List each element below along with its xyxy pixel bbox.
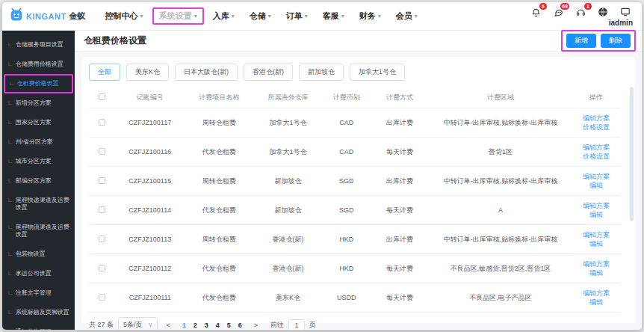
main-nav: 控制中心▾系统设置▾入库▾仓储▾订单▾客服▾财务▾会员▾ [99, 7, 424, 25]
cell-billing-method: 每天计费 [371, 138, 429, 167]
delete-button[interactable]: 删除 [601, 34, 631, 48]
cell-billing-item: 周转仓租费 [185, 108, 253, 138]
filter-tab[interactable]: 日本大阪仓(新) [175, 64, 238, 81]
page-number[interactable]: 4 [212, 320, 223, 331]
tree-branch-icon: ∟ [7, 61, 13, 68]
chevron-down-icon: ▾ [415, 13, 418, 19]
row-checkbox[interactable] [99, 294, 105, 301]
cell-account-id: CZFJZ100114 [116, 196, 185, 225]
headset-icon[interactable]: 1 [575, 6, 586, 18]
cell-warehouse: 新加坡仓 [253, 167, 322, 196]
goto-page-unit: 页 [309, 320, 316, 330]
filter-tab[interactable]: 新加坡仓 [299, 64, 344, 81]
row-checkbox[interactable] [99, 206, 105, 213]
notification-badge: 1 [584, 3, 592, 10]
sidebar-item[interactable]: ∟仓储费用价格设置 [2, 55, 75, 74]
monitor-icon[interactable] [619, 6, 631, 18]
operation-link[interactable]: 编辑方案 [575, 289, 618, 298]
filter-tab[interactable]: 加拿大1号仓 [350, 64, 405, 81]
page-number[interactable]: 2 [190, 320, 201, 331]
filter-tab[interactable]: 美东K仓 [126, 64, 169, 81]
page-size-value: 5条/页 [123, 320, 143, 330]
tree-branch-icon: ∟ [7, 328, 13, 330]
sidebar-item[interactable]: ∟注释文字管理 [2, 283, 75, 303]
page-number[interactable]: 1 [179, 320, 190, 331]
nav-item[interactable]: 会员▾ [390, 8, 424, 24]
operation-link[interactable]: 价格设置 [575, 152, 618, 161]
operation-link[interactable]: 编辑 [575, 268, 618, 277]
add-button[interactable]: 新增 [566, 34, 596, 48]
row-checkbox-cell [89, 167, 116, 196]
page-number[interactable]: 5 [223, 320, 235, 331]
operation-link[interactable]: 编辑方案 [575, 143, 618, 152]
select-all-checkbox[interactable] [99, 93, 105, 100]
nav-item[interactable]: 入库▾ [207, 8, 241, 24]
operation-link[interactable]: 编辑 [575, 181, 618, 190]
operation-link[interactable]: 价格设置 [575, 123, 618, 132]
chevron-down-icon: ∨ [149, 322, 153, 328]
sidebar-item[interactable]: ∟包装物设置 [2, 245, 75, 264]
nav-item[interactable]: 控制中心▾ [99, 8, 149, 24]
nav-item-label: 订单 [286, 10, 303, 22]
operation-link[interactable]: 编辑方案 [575, 114, 618, 123]
sidebar-item[interactable]: ∟城市分区方案 [2, 152, 75, 171]
row-checkbox[interactable] [99, 148, 105, 155]
nav-item[interactable]: 订单▾ [280, 8, 314, 24]
chat-icon[interactable]: 69 [552, 6, 564, 18]
sidebar-item[interactable]: ∟尾程快递渠道及运费设置 [2, 191, 75, 218]
column-header: 计费区域 [429, 87, 572, 108]
sidebar-item[interactable]: ∟仓租费价格设置 [4, 74, 73, 93]
operation-link[interactable]: 编辑方案 [575, 201, 618, 210]
row-checkbox[interactable] [99, 236, 105, 242]
page-number[interactable]: 3 [201, 320, 212, 331]
cell-operations: 编辑方案编辑 [572, 167, 620, 196]
tree-branch-icon: ∟ [7, 119, 13, 126]
goto-page-input[interactable] [288, 319, 305, 331]
cell-warehouse: 美东K仓 [253, 283, 322, 313]
sidebar-item[interactable]: ∟国家分区方案 [2, 113, 75, 132]
filter-tab[interactable]: 全部 [89, 64, 120, 81]
page-number[interactable]: 6 [235, 320, 246, 331]
next-page-button[interactable]: > [250, 320, 261, 331]
nav-item[interactable]: 系统设置▾ [152, 7, 204, 25]
nav-item[interactable]: 客服▾ [317, 8, 350, 24]
sidebar-item[interactable]: ∟系统标题及页脚设置 [2, 303, 75, 322]
sidebar-item[interactable]: ∟仓储服务项目设置 [2, 35, 75, 55]
sidebar-item[interactable]: ∟新增分区方案 [2, 93, 75, 113]
prev-page-button[interactable]: < [162, 320, 173, 331]
topbar: KINGANT 金蚁 控制中心▾系统设置▾入库▾仓储▾订单▾客服▾财务▾会员▾ … [2, 2, 642, 31]
filter-tab[interactable]: 香港仓(新) [244, 64, 293, 81]
brand-name-cn: 金蚁 [69, 10, 86, 22]
scrollbar[interactable] [630, 87, 634, 221]
row-checkbox-cell [89, 196, 116, 225]
row-checkbox[interactable] [99, 265, 105, 271]
chevron-down-icon: ▾ [341, 13, 344, 19]
cell-billing-method: 出库计费 [371, 167, 429, 196]
sidebar-item[interactable]: ∟通知公告管理 [2, 322, 75, 330]
content-area: 全部美东K仓日本大阪仓(新)香港仓(新)新加坡仓加拿大1号仓 记账编号计费项目名… [75, 52, 642, 330]
operation-link[interactable]: 编辑方案 [575, 172, 618, 181]
row-checkbox[interactable] [99, 177, 105, 184]
row-checkbox[interactable] [99, 119, 105, 126]
page-size-select[interactable]: 5条/页 ∨ [118, 317, 158, 331]
nav-item-label: 会员 [396, 10, 412, 22]
operation-link[interactable]: 编辑 [575, 298, 618, 307]
tree-branch-icon: ∟ [7, 138, 13, 146]
sidebar-item[interactable]: ∟承运公司设置 [2, 264, 75, 283]
sidebar-item[interactable]: ∟州/省分区方案 [2, 132, 75, 152]
page-actions: 新增删除 [561, 30, 636, 52]
operation-link[interactable]: 编辑 [575, 210, 618, 219]
operation-link[interactable]: 编辑 [575, 239, 618, 248]
cell-billing-method: 每天计费 [371, 283, 429, 313]
nav-item[interactable]: 财务▾ [353, 8, 387, 24]
bell-icon[interactable]: 6 [530, 6, 542, 18]
column-header: 记账编号 [116, 87, 185, 108]
tree-branch-icon: ∟ [7, 177, 13, 185]
sidebar-item[interactable]: ∟尾程物流渠道及运费设置 [2, 218, 75, 245]
operation-link[interactable]: 编辑方案 [575, 230, 618, 239]
sidebar-item[interactable]: ∟邮编分区方案 [2, 171, 75, 191]
sidebar-item-label: 通知公告管理 [16, 328, 52, 330]
globe-icon[interactable] [597, 6, 609, 18]
operation-link[interactable]: 编辑方案 [575, 259, 618, 268]
nav-item[interactable]: 仓储▾ [244, 8, 277, 24]
